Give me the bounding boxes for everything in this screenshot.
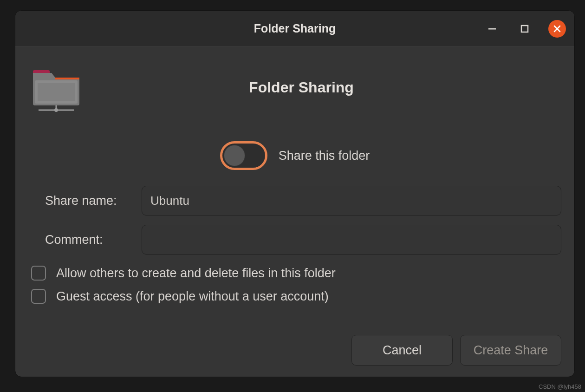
comment-label: Comment:	[28, 233, 135, 247]
close-icon	[553, 25, 561, 33]
minimize-icon	[488, 24, 497, 33]
svg-rect-1	[521, 26, 528, 32]
button-row: Cancel Create Share	[28, 335, 561, 366]
svg-point-7	[54, 108, 58, 112]
guest-access-row: Guest access (for people without a user …	[28, 289, 561, 304]
form-grid: Share name: Comment:	[28, 186, 561, 255]
comment-input[interactable]	[142, 225, 561, 255]
guest-access-label: Guest access (for people without a user …	[56, 289, 329, 304]
maximize-icon	[520, 24, 529, 33]
allow-write-checkbox[interactable]	[31, 266, 46, 281]
cancel-button[interactable]: Cancel	[351, 335, 453, 366]
dialog-content: Folder Sharing Share this folder Share n…	[15, 47, 574, 377]
guest-access-checkbox[interactable]	[31, 289, 46, 304]
titlebar: Folder Sharing	[15, 11, 574, 47]
share-toggle-row: Share this folder	[28, 141, 561, 170]
allow-write-label: Allow others to create and delete files …	[56, 266, 336, 281]
close-button[interactable]	[548, 20, 566, 38]
watermark: CSDN @lyh458	[539, 383, 581, 390]
svg-rect-0	[488, 28, 496, 30]
svg-rect-4	[38, 83, 75, 101]
folder-sharing-window: Folder Sharing F	[15, 10, 575, 377]
window-controls	[483, 11, 566, 46]
header-row: Folder Sharing	[28, 62, 561, 128]
shared-folder-icon	[28, 62, 84, 113]
create-share-button[interactable]: Create Share	[460, 335, 561, 366]
minimize-button[interactable]	[483, 20, 501, 38]
allow-write-row: Allow others to create and delete files …	[28, 266, 561, 281]
toggle-knob	[224, 145, 245, 166]
share-name-label: Share name:	[28, 194, 135, 208]
window-title: Folder Sharing	[254, 22, 336, 35]
share-toggle[interactable]	[220, 141, 267, 170]
page-title: Folder Sharing	[97, 79, 506, 96]
maximize-button[interactable]	[516, 20, 533, 38]
share-toggle-label: Share this folder	[279, 149, 370, 163]
share-name-input[interactable]	[142, 186, 561, 216]
